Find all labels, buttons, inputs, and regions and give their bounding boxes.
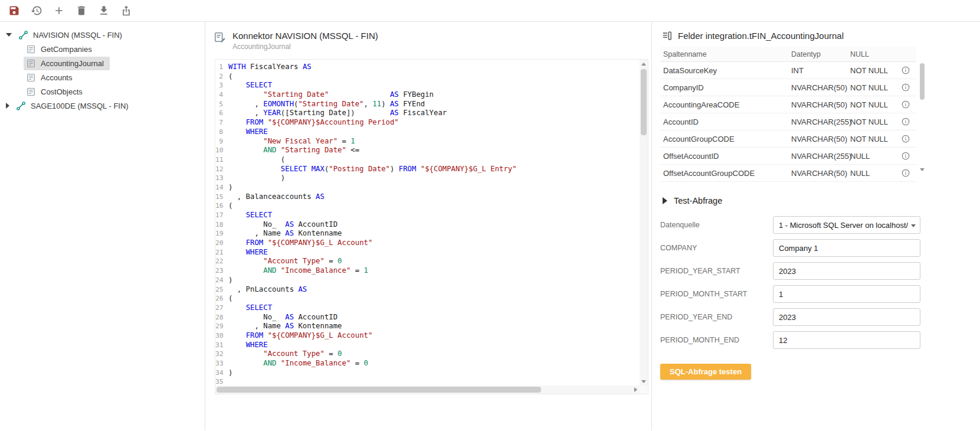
code-token: =: [337, 137, 350, 145]
info-icon[interactable]: [901, 168, 910, 178]
code-text: FROM "${COMPANY}$G_L Account": [228, 239, 372, 248]
period-month-start-input[interactable]: [773, 285, 920, 303]
code-line[interactable]: 5 , EOMONTH("Starting Date", 11) AS FYEn…: [215, 100, 640, 109]
code-line[interactable]: 35: [215, 377, 640, 386]
code-token: [307, 165, 311, 173]
table-scroll-thumb[interactable]: [920, 63, 925, 100]
code-token: [228, 128, 246, 136]
code-line[interactable]: 12 SELECT MAX("Posting Date") FROM "${CO…: [215, 165, 640, 174]
code-text: No_ AS AccountID: [228, 313, 337, 322]
code-line[interactable]: 1WITH FiscalYears AS: [215, 63, 640, 72]
editor-vertical-scrollbar[interactable]: [640, 60, 648, 386]
tree-item[interactable]: AccountingJournal: [0, 56, 205, 70]
caret-down-icon[interactable]: [6, 33, 12, 37]
tree-node[interactable]: SAGE100DE (MSSQL - FIN): [0, 99, 205, 113]
sql-editor[interactable]: 1WITH FiscalYears AS2(3 SELECT4 "Startin…: [215, 59, 648, 394]
info-icon[interactable]: [901, 83, 910, 92]
code-line[interactable]: 25 , PnLaccounts AS: [215, 285, 640, 295]
code-token: =: [325, 350, 337, 358]
code-line[interactable]: 22 "Account Type" = 0: [215, 257, 640, 266]
horizontal-scroll-thumb[interactable]: [217, 387, 541, 393]
tree-item[interactable]: CostObjects: [0, 84, 205, 99]
code-token: , Name: [228, 322, 285, 330]
caret-right-icon: [663, 197, 667, 204]
upload-button[interactable]: [115, 1, 137, 20]
code-line[interactable]: 18 No_ AS AccountID: [215, 220, 640, 230]
code-text: , Name AS Kontenname: [228, 322, 342, 331]
tree-item[interactable]: GetCompanies: [0, 42, 205, 56]
code-line[interactable]: 8 WHERE: [215, 128, 640, 137]
info-icon[interactable]: [901, 100, 910, 109]
code-text: WHERE: [228, 248, 268, 257]
code-line[interactable]: 29 , Name AS Kontenname: [215, 322, 640, 331]
line-number: 6: [215, 109, 228, 118]
column-null-cell: NOT NULL: [850, 135, 895, 143]
info-icon[interactable]: [901, 151, 910, 161]
code-line[interactable]: 17 SELECT: [215, 211, 640, 220]
test-query-toggle[interactable]: Test-Abfrage: [663, 196, 781, 205]
info-icon[interactable]: [901, 134, 910, 143]
history-button[interactable]: [25, 1, 48, 20]
code-token: FROM: [246, 239, 264, 247]
code-line[interactable]: 32 "Account Type" = 0: [215, 350, 640, 359]
editor-horizontal-scrollbar[interactable]: [215, 386, 640, 394]
delete-button[interactable]: [70, 1, 93, 20]
line-number: 27: [215, 303, 228, 313]
period-month-end-input[interactable]: [773, 331, 920, 349]
scroll-down-icon[interactable]: [640, 377, 648, 386]
code-line[interactable]: 10 AND "Starting Date" <=: [215, 146, 640, 155]
table-scrollbar[interactable]: [919, 62, 926, 182]
code-token: <=: [346, 146, 359, 154]
code-line[interactable]: 14): [215, 183, 640, 192]
datenquelle-select[interactable]: 1 - Microsoft SQL Server on localhost/P.…: [773, 216, 920, 234]
code-line[interactable]: 3 SELECT: [215, 81, 640, 90]
caret-right-icon[interactable]: [6, 103, 9, 109]
code-line[interactable]: 31 WHERE: [215, 341, 640, 350]
test-sql-button[interactable]: SQL-Abfrage testen: [660, 364, 751, 380]
info-icon[interactable]: [901, 66, 910, 75]
code-line[interactable]: 19 , Name AS Kontenname: [215, 229, 640, 239]
code-line[interactable]: 27 SELECT: [215, 303, 640, 313]
column-name-cell: OffsetAccountGroupCODE: [660, 169, 791, 178]
code-line[interactable]: 4 "Starting Date" AS FYBegin: [215, 90, 640, 100]
save-button[interactable]: [3, 1, 25, 20]
code-line[interactable]: 9 "New Fiscal Year" = 1: [215, 137, 640, 146]
tree-item[interactable]: Accounts: [0, 70, 205, 84]
code-line[interactable]: 30 FROM "${COMPANY}$G_L Account": [215, 331, 640, 341]
period-year-start-input[interactable]: [773, 262, 920, 280]
company-input[interactable]: [773, 239, 920, 257]
code-line[interactable]: 16(: [215, 201, 640, 211]
scroll-up-icon[interactable]: [640, 60, 648, 68]
code-text: WITH FiscalYears AS: [228, 63, 312, 72]
query-icon: [26, 44, 36, 54]
tree-node[interactable]: NAVISION (MSSQL - FIN): [0, 28, 205, 42]
code-line[interactable]: 24): [215, 276, 640, 285]
table-scroll-down-icon[interactable]: [920, 171, 925, 182]
code-line[interactable]: 21 WHERE: [215, 248, 640, 257]
code-line[interactable]: 7 FROM "${COMPANY}$Accounting Period": [215, 118, 640, 128]
code-text: WHERE: [228, 341, 268, 350]
code-line[interactable]: 6 , YEAR([Starting Date]) AS FiscalYear: [215, 109, 640, 118]
code-line[interactable]: 20 FROM "${COMPANY}$G_L Account": [215, 239, 640, 248]
scroll-right-icon[interactable]: [631, 386, 640, 394]
period-year-end-input[interactable]: [773, 308, 920, 326]
line-number: 34: [215, 368, 228, 378]
add-button[interactable]: [48, 1, 70, 20]
code-line[interactable]: 15 , Balanceaccounts AS: [215, 192, 640, 202]
code-token: Kontenname: [294, 322, 342, 330]
info-icon[interactable]: [901, 117, 910, 126]
vertical-scroll-thumb[interactable]: [641, 69, 647, 135]
code-line[interactable]: 34): [215, 368, 640, 378]
download-button[interactable]: [93, 1, 115, 20]
code-area[interactable]: 1WITH FiscalYears AS2(3 SELECT4 "Startin…: [215, 60, 640, 386]
code-line[interactable]: 33 AND "Income_Balance" = 0: [215, 359, 640, 368]
code-line[interactable]: 13 ): [215, 174, 640, 183]
code-line[interactable]: 23 AND "Income_Balance" = 1: [215, 266, 640, 276]
code-token: AND: [263, 266, 276, 275]
line-number: 33: [215, 359, 228, 368]
code-line[interactable]: 28 No_ AS AccountID: [215, 313, 640, 322]
connector-icon: [16, 101, 26, 111]
code-line[interactable]: 26(: [215, 294, 640, 303]
code-line[interactable]: 2(: [215, 72, 640, 81]
code-line[interactable]: 11 (: [215, 155, 640, 165]
